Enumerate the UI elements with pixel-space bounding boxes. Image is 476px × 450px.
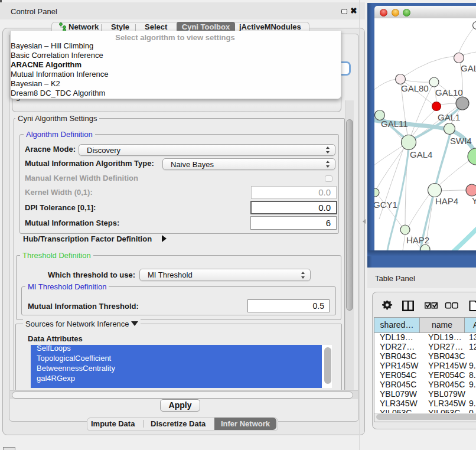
svg-text:SWI4: SWI4: [450, 136, 472, 146]
svg-text:GAL4: GAL4: [410, 149, 432, 159]
svg-text:GAL80: GAL80: [401, 83, 429, 93]
svg-text:GCY1: GCY1: [374, 200, 397, 210]
svg-text:Y: Y: [472, 195, 476, 206]
svg-text:HAP4: HAP4: [435, 196, 458, 206]
svg-text:GAL: GAL: [461, 63, 476, 73]
svg-text:GAL11: GAL11: [381, 119, 408, 129]
svg-text:GAL10: GAL10: [435, 87, 463, 97]
svg-text:GAL1: GAL1: [438, 112, 460, 122]
svg-text:HAP2: HAP2: [406, 235, 429, 245]
